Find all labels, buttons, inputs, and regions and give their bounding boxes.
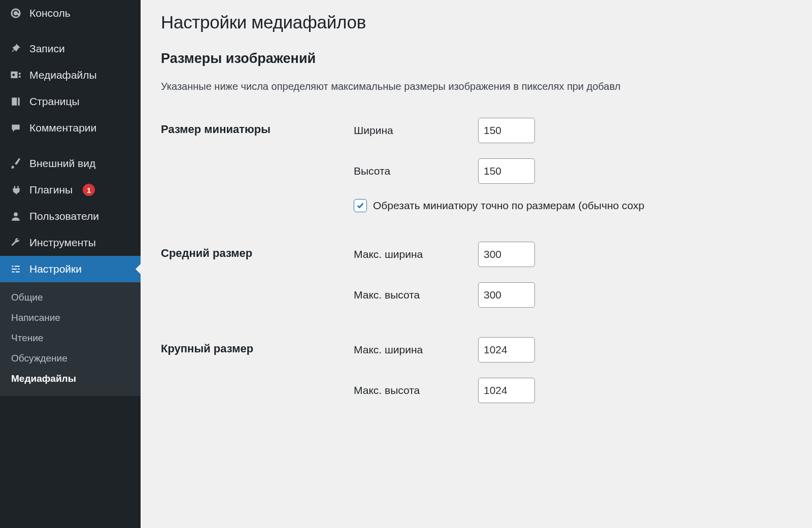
sidebar-item-label: Внешний вид — [29, 157, 95, 170]
sidebar-item-posts[interactable]: Записи — [0, 36, 141, 62]
large-width-label: Макс. ширина — [354, 344, 478, 356]
submenu-item-writing[interactable]: Написание — [0, 308, 141, 328]
pin-icon — [9, 42, 22, 55]
dashboard-icon — [9, 7, 22, 20]
thumbnail-width-input[interactable] — [478, 118, 535, 143]
thumbnail-group-label: Размер миниатюры — [161, 118, 354, 136]
page-title: Настройки медиафайлов — [161, 12, 812, 32]
thumbnail-crop-checkbox[interactable] — [354, 199, 367, 212]
thumbnail-height-input[interactable] — [478, 158, 535, 184]
submenu-item-media[interactable]: Медиафайлы — [0, 369, 141, 389]
medium-size-row: Средний размер Макс. ширина Макс. высота — [161, 242, 812, 308]
sidebar-item-dashboard[interactable]: Консоль — [0, 0, 141, 26]
large-height-label: Макс. высота — [354, 384, 478, 397]
sidebar-item-settings[interactable]: Настройки — [0, 256, 141, 282]
pages-icon — [9, 95, 22, 108]
sidebar-item-label: Инструменты — [29, 237, 96, 249]
sidebar-item-media[interactable]: Медиафайлы — [0, 62, 141, 88]
sidebar-item-label: Настройки — [29, 263, 82, 275]
large-size-row: Крупный размер Макс. ширина Макс. высота — [161, 337, 812, 403]
submenu-item-discussion[interactable]: Обсуждение — [0, 348, 141, 369]
media-icon — [9, 69, 22, 82]
sidebar-item-label: Консоль — [29, 7, 71, 19]
sidebar-item-users[interactable]: Пользователи — [0, 203, 141, 229]
section-heading: Размеры изображений — [161, 51, 812, 67]
thumbnail-crop-label: Обрезать миниатюру точно по размерам (об… — [373, 200, 645, 212]
submenu-item-reading[interactable]: Чтение — [0, 328, 141, 348]
thumbnail-height-label: Высота — [354, 165, 478, 177]
large-height-input[interactable] — [478, 378, 535, 403]
sidebar-item-label: Записи — [29, 43, 65, 55]
medium-height-input[interactable] — [478, 282, 535, 308]
sidebar-item-label: Страницы — [29, 95, 80, 108]
medium-width-input[interactable] — [478, 242, 535, 267]
update-badge: 1 — [83, 184, 95, 196]
medium-height-label: Макс. высота — [354, 289, 478, 301]
sidebar-item-pages[interactable]: Страницы — [0, 88, 141, 115]
medium-width-label: Макс. ширина — [354, 248, 478, 260]
sidebar-item-label: Комментарии — [29, 122, 96, 134]
admin-sidebar: Консоль Записи Медиафайлы Страницы Комме… — [0, 0, 141, 528]
brush-icon — [9, 157, 22, 170]
sidebar-item-label: Пользователи — [29, 210, 99, 222]
wrench-icon — [9, 236, 22, 249]
sidebar-item-label: Плагины — [29, 184, 73, 196]
sliders-icon — [9, 262, 22, 276]
sidebar-item-comments[interactable]: Комментарии — [0, 115, 141, 141]
sidebar-item-plugins[interactable]: Плагины 1 — [0, 177, 141, 203]
sidebar-item-tools[interactable]: Инструменты — [0, 229, 141, 256]
user-icon — [9, 210, 22, 223]
plug-icon — [9, 183, 22, 196]
comment-icon — [9, 121, 22, 135]
thumbnail-size-row: Размер миниатюры Ширина Высота Обрезать … — [161, 118, 812, 212]
thumbnail-width-label: Ширина — [354, 124, 478, 137]
sidebar-item-appearance[interactable]: Внешний вид — [0, 150, 141, 177]
section-description: Указанные ниже числа определяют максимал… — [161, 81, 812, 92]
content-area: Настройки медиафайлов Размеры изображени… — [141, 0, 812, 528]
large-width-input[interactable] — [478, 337, 535, 362]
large-group-label: Крупный размер — [161, 337, 354, 355]
medium-group-label: Средний размер — [161, 242, 354, 260]
sidebar-item-label: Медиафайлы — [29, 69, 97, 81]
submenu-item-general[interactable]: Общие — [0, 287, 141, 308]
settings-submenu: Общие Написание Чтение Обсуждение Медиаф… — [0, 282, 141, 396]
